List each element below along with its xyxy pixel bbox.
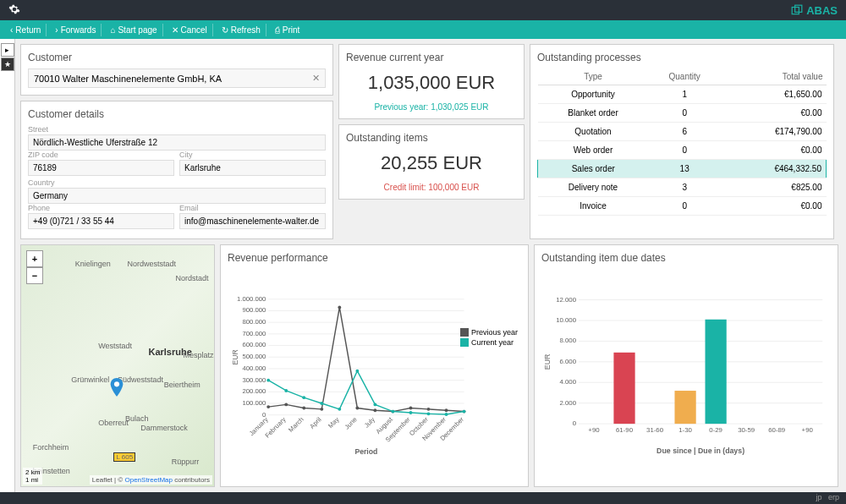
map-city-label: Grünwinkel — [71, 375, 109, 384]
svg-point-46 — [427, 408, 431, 411]
sidebar-tab-star[interactable]: ★ — [1, 58, 14, 71]
svg-text:2.000: 2.000 — [560, 399, 577, 407]
due-dates-title: Outstanding item due dates — [541, 252, 831, 264]
outstanding-items-title: Outstanding items — [346, 132, 517, 144]
refresh-button[interactable]: ↻Refresh — [217, 24, 266, 36]
svg-text:+90: +90 — [588, 426, 600, 434]
map-city-label: Weststadt — [98, 342, 132, 350]
svg-text:700.000: 700.000 — [242, 330, 266, 337]
print-button[interactable]: ⎙Print — [270, 24, 305, 36]
street-label: Street — [28, 125, 326, 134]
map-city-label: Mesplatz — [184, 351, 214, 359]
svg-point-50 — [284, 389, 288, 392]
svg-text:May: May — [327, 415, 341, 430]
svg-text:EUR: EUR — [231, 349, 239, 364]
svg-text:12.000: 12.000 — [556, 296, 577, 304]
map-city-label: L 605 — [113, 452, 135, 462]
phone-field[interactable]: +49 (0)721 / 33 55 44 — [28, 213, 174, 229]
chevron-right-icon: › — [55, 25, 58, 35]
close-icon: ✕ — [172, 25, 179, 35]
osm-link[interactable]: OpenStreetMap — [124, 476, 172, 484]
due-dates-bar-chart: 02.0004.0006.0008.00010.00012.000+9061-9… — [541, 269, 831, 479]
svg-point-43 — [373, 408, 376, 412]
city-label: City — [179, 151, 326, 159]
zoom-in-button[interactable]: + — [26, 250, 43, 267]
svg-text:30-59: 30-59 — [738, 426, 755, 434]
city-field[interactable]: Karlsruhe — [179, 160, 326, 176]
map-scale: 2 km1 mi — [23, 468, 42, 485]
start-page-button[interactable]: ⌂Start page — [105, 24, 162, 36]
svg-text:60-89: 60-89 — [768, 426, 785, 434]
map-pin-icon — [110, 378, 124, 398]
svg-point-60 — [463, 410, 466, 414]
svg-text:July: July — [363, 415, 376, 429]
svg-point-42 — [355, 407, 359, 410]
revenue-perf-title: Revenue performance — [228, 252, 521, 264]
customer-value: 70010 Walter Maschinenelemente GmbH, KA — [34, 74, 222, 84]
svg-point-58 — [427, 412, 431, 415]
map-city-label: Südweststadt — [118, 375, 163, 384]
map-city-label: Forchheim — [33, 443, 69, 452]
outstanding-items-value: 20,255 EUR — [346, 152, 517, 174]
svg-point-40 — [320, 408, 323, 411]
brand-logo: ABAS — [791, 4, 838, 17]
svg-text:1.000.000: 1.000.000 — [237, 295, 266, 303]
svg-point-2 — [114, 381, 119, 386]
zoom-out-button[interactable]: − — [26, 267, 43, 284]
revenue-panel: Revenue current year 1,035,000 EUR Previ… — [338, 44, 525, 119]
svg-text:0-29: 0-29 — [709, 426, 722, 434]
chevron-left-icon: ‹ — [10, 25, 13, 35]
map-panel[interactable]: + − KnielingenNordweststadtNordstadtWest… — [20, 244, 215, 487]
col-type: Type — [538, 68, 649, 85]
cancel-button[interactable]: ✕Cancel — [167, 24, 213, 36]
zip-field[interactable]: 76189 — [28, 160, 174, 176]
clear-icon[interactable]: ✕ — [312, 73, 320, 84]
print-icon: ⎙ — [275, 25, 280, 35]
svg-text:EUR: EUR — [543, 354, 552, 370]
forwards-button[interactable]: ›Forwards — [50, 24, 102, 36]
table-row[interactable]: Blanket order0€0.00 — [538, 104, 827, 123]
map-city-label: Oberreut — [98, 419, 129, 427]
table-row[interactable]: Invoice0€0.00 — [538, 197, 827, 216]
outstanding-items-panel: Outstanding items 20,255 EUR Credit limi… — [338, 124, 525, 200]
svg-text:500.000: 500.000 — [242, 353, 266, 360]
status-bar: jp erp — [0, 492, 846, 504]
svg-point-41 — [338, 305, 341, 309]
sidebar-tabs: ▸ ★ — [0, 39, 15, 492]
table-row[interactable]: Quotation6€174,790.00 — [538, 123, 827, 141]
email-field[interactable]: info@maschinenelemente-walter.de — [179, 213, 326, 229]
gear-icon[interactable] — [8, 3, 20, 17]
revenue-title: Revenue current year — [346, 52, 517, 63]
svg-text:March: March — [287, 416, 305, 435]
details-panel: Customer details Street Nördlich-Westlic… — [20, 101, 333, 239]
table-row[interactable]: Delivery note3€825.00 — [538, 178, 827, 197]
table-row[interactable]: Opportunity1€1,650.00 — [538, 85, 827, 104]
map-attribution: Leaflet | © OpenStreetMap contributors — [90, 475, 212, 485]
email-label: Email — [179, 204, 326, 212]
map-city-label: Bulach — [125, 414, 149, 423]
svg-text:10.000: 10.000 — [556, 316, 577, 324]
table-row[interactable]: Sales order13€464,332.50 — [538, 160, 827, 178]
app-topbar: ABAS — [0, 0, 846, 20]
col-qty: Quantity — [649, 68, 721, 85]
street-field[interactable]: Nördlich-Westliche Uferstraße 12 — [28, 134, 326, 151]
table-row[interactable]: Web order0€0.00 — [538, 141, 827, 160]
processes-panel: Outstanding processes Type Quantity Tota… — [530, 44, 834, 239]
svg-point-54 — [355, 370, 359, 373]
revenue-line-chart: 0100.000200.000300.000400.000500.000600.… — [228, 269, 521, 479]
svg-point-37 — [266, 405, 270, 408]
country-field[interactable]: Germany — [28, 188, 326, 204]
sidebar-tab-expand[interactable]: ▸ — [1, 43, 14, 57]
customer-panel: Customer 70010 Walter Maschinenelemente … — [20, 44, 333, 96]
return-button[interactable]: ‹Return — [5, 24, 47, 36]
svg-text:600.000: 600.000 — [242, 341, 266, 348]
svg-text:800.000: 800.000 — [242, 318, 266, 326]
svg-text:6.000: 6.000 — [560, 358, 577, 365]
map-city-label: Nordweststadt — [127, 260, 176, 268]
processes-title: Outstanding processes — [537, 52, 827, 63]
svg-rect-78 — [613, 353, 634, 424]
svg-text:8.000: 8.000 — [560, 337, 577, 344]
customer-input[interactable]: 70010 Walter Maschinenelemente GmbH, KA … — [28, 68, 326, 88]
svg-point-49 — [266, 379, 270, 382]
col-total: Total value — [721, 68, 827, 85]
